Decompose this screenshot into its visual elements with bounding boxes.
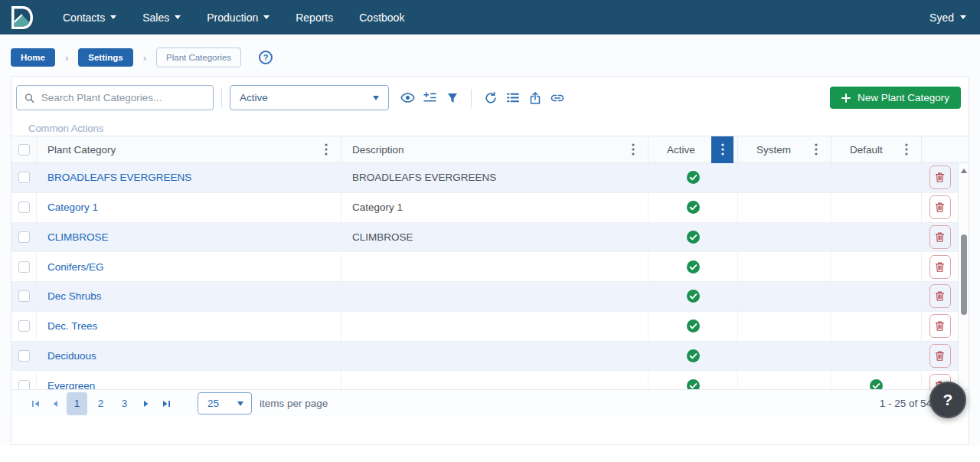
- scroll-up-icon[interactable]: [961, 169, 967, 173]
- search-box: [16, 85, 214, 110]
- previous-page-button[interactable]: [45, 394, 65, 414]
- vertical-scrollbar[interactable]: [958, 163, 969, 417]
- trash-icon: [935, 202, 945, 213]
- column-menu-active-filtered[interactable]: [711, 136, 733, 163]
- next-page-button[interactable]: [136, 394, 156, 414]
- column-menu-icon[interactable]: [809, 139, 823, 159]
- trash-icon: [935, 350, 945, 362]
- column-menu-icon[interactable]: [319, 139, 333, 159]
- status-filter-dropdown[interactable]: Active: [230, 85, 389, 110]
- page-size-value: 25: [207, 398, 219, 409]
- help-icon[interactable]: ?: [259, 51, 273, 64]
- chevron-down-icon: [263, 15, 270, 19]
- page-number-2[interactable]: 2: [90, 392, 111, 415]
- table-row: Conifers/EG: [11, 252, 958, 282]
- active-check-icon: [687, 349, 700, 362]
- export-button[interactable]: [524, 87, 546, 109]
- row-active-cell: [648, 163, 738, 192]
- row-system-cell: [738, 223, 831, 252]
- column-menu-icon[interactable]: [626, 139, 640, 159]
- list-icon: [507, 93, 519, 103]
- search-input[interactable]: [41, 92, 205, 103]
- grid-toolbar: Active: [11, 77, 969, 115]
- scrollbar-thumb[interactable]: [961, 234, 967, 315]
- plant-category-link[interactable]: Deciduous: [47, 350, 96, 362]
- breadcrumb-home-button[interactable]: Home: [11, 48, 55, 67]
- row-checkbox[interactable]: [18, 290, 30, 302]
- add-column-button[interactable]: [419, 87, 441, 109]
- trash-icon: [935, 290, 945, 302]
- plant-category-link[interactable]: Dec. Trees: [47, 320, 97, 332]
- breadcrumb-current-page: Plant Categories: [156, 48, 241, 67]
- row-checkbox[interactable]: [18, 231, 30, 243]
- menu-item-reports[interactable]: Reports: [296, 11, 333, 24]
- plant-category-link[interactable]: Category 1: [47, 202, 98, 213]
- show-hide-columns-button[interactable]: [397, 87, 419, 109]
- search-icon: [24, 93, 34, 103]
- copy-link-button[interactable]: [546, 87, 568, 109]
- toolbar-divider: [471, 89, 472, 107]
- row-checkbox[interactable]: [18, 202, 30, 213]
- plant-category-link[interactable]: Conifers/EG: [47, 261, 104, 273]
- row-default-cell: [831, 342, 922, 371]
- page-size-dropdown[interactable]: 25: [198, 392, 252, 414]
- columns-icon: [423, 92, 436, 103]
- active-check-icon: [687, 260, 700, 274]
- menu-item-contacts[interactable]: Contacts: [63, 11, 116, 24]
- chevron-down-icon: [960, 15, 966, 19]
- chevron-right-icon: ›: [140, 52, 149, 64]
- select-all-checkbox[interactable]: [18, 144, 30, 156]
- new-plant-category-button[interactable]: New Plant Category: [830, 87, 961, 109]
- menu-item-costbook[interactable]: Costbook: [359, 11, 404, 24]
- table-row: Deciduous: [11, 342, 958, 372]
- delete-button[interactable]: [929, 225, 951, 249]
- row-description: CLIMBROSE: [352, 231, 413, 243]
- row-system-cell: [738, 252, 831, 281]
- row-checkbox[interactable]: [18, 261, 30, 273]
- row-checkbox[interactable]: [18, 172, 30, 183]
- delete-button[interactable]: [929, 284, 951, 308]
- refresh-button[interactable]: [479, 87, 501, 109]
- top-navbar: Contacts Sales Production Reports Costbo…: [0, 0, 980, 34]
- delete-button[interactable]: [929, 165, 951, 189]
- menu-label: Sales: [142, 11, 169, 24]
- chevron-down-icon: [110, 15, 116, 19]
- plant-category-link[interactable]: Dec Shrubs: [47, 290, 102, 302]
- eye-icon: [400, 93, 415, 103]
- app-logo[interactable]: [9, 5, 35, 31]
- help-fab-button[interactable]: ?: [929, 382, 966, 418]
- breadcrumb: Home › Settings › Plant Categories ?: [0, 34, 980, 78]
- refresh-icon: [485, 92, 497, 104]
- row-checkbox[interactable]: [18, 350, 30, 362]
- list-view-button[interactable]: [501, 87, 524, 109]
- menu-item-production[interactable]: Production: [207, 11, 270, 24]
- delete-button[interactable]: [929, 344, 951, 368]
- first-page-button[interactable]: [25, 394, 45, 414]
- filter-button[interactable]: [441, 87, 463, 109]
- menu-item-sales[interactable]: Sales: [142, 11, 181, 24]
- row-system-cell: [738, 342, 831, 371]
- column-menu-icon[interactable]: [900, 139, 913, 159]
- active-check-icon: [687, 290, 700, 303]
- menu-label: Contacts: [63, 11, 105, 24]
- main-menu: Contacts Sales Production Reports Costbo…: [63, 11, 404, 24]
- page-number-1[interactable]: 1: [67, 392, 87, 415]
- plant-category-link[interactable]: CLIMBROSE: [47, 231, 109, 243]
- breadcrumb-settings-button[interactable]: Settings: [78, 48, 132, 67]
- user-menu[interactable]: Syed: [929, 11, 966, 24]
- row-system-cell: [738, 282, 831, 311]
- plant-category-link[interactable]: BROADLEAFS EVERGREENS: [47, 172, 191, 183]
- last-page-button[interactable]: [156, 394, 176, 414]
- delete-button[interactable]: [929, 314, 951, 338]
- column-header-plant-category: Plant Category: [47, 144, 116, 156]
- row-system-cell: [738, 193, 831, 222]
- row-default-cell: [831, 282, 922, 311]
- row-checkbox[interactable]: [18, 320, 30, 332]
- delete-button[interactable]: [929, 195, 951, 219]
- active-check-icon: [687, 319, 700, 333]
- status-filter-value: Active: [240, 92, 268, 103]
- plant-categories-panel: Active: [11, 76, 969, 445]
- row-default-cell: [831, 163, 922, 192]
- page-number-3[interactable]: 3: [114, 392, 135, 415]
- delete-button[interactable]: [929, 255, 951, 279]
